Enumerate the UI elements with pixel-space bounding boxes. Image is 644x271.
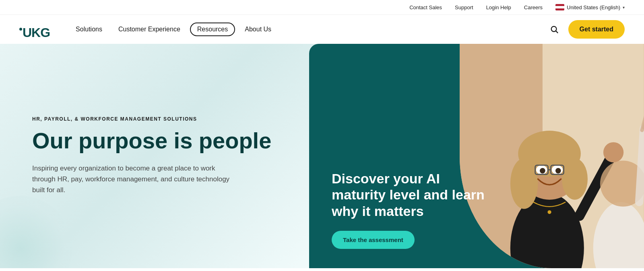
svg-point-17 — [603, 142, 623, 162]
svg-point-0 — [551, 27, 556, 32]
svg-point-12 — [555, 168, 561, 174]
hero-left: HR, PAYROLL, & WORKFORCE MANAGEMENT SOLU… — [0, 44, 309, 268]
svg-line-1 — [556, 31, 558, 33]
hero-subtitle: Inspiring every organization to become a… — [32, 163, 233, 196]
login-help-link[interactable]: Login Help — [486, 4, 511, 10]
search-button[interactable] — [547, 22, 562, 37]
contact-sales-link[interactable]: Contact Sales — [409, 4, 442, 10]
svg-line-20 — [640, 128, 644, 202]
main-nav: UKG Solutions Customer Experience Resour… — [0, 15, 644, 44]
support-link[interactable]: Support — [455, 4, 473, 10]
nav-about-us[interactable]: About Us — [238, 23, 278, 36]
nav-resources[interactable]: Resources — [190, 23, 235, 36]
svg-point-7 — [510, 158, 538, 209]
logo[interactable]: UKG — [19, 19, 50, 40]
locale-label: United States (English) — [567, 4, 620, 10]
hero-section: HR, PAYROLL, & WORKFORCE MANAGEMENT SOLU… — [0, 44, 644, 268]
search-icon — [550, 25, 559, 34]
take-assessment-button[interactable]: Take the assessment — [332, 231, 415, 249]
nav-solutions[interactable]: Solutions — [69, 23, 109, 36]
nav-links: Solutions Customer Experience Resources … — [69, 23, 546, 36]
top-bar: Contact Sales Support Login Help Careers… — [0, 0, 644, 15]
hero-card: Discover your AI maturity level and lear… — [309, 44, 644, 268]
svg-point-24 — [548, 210, 551, 214]
careers-link[interactable]: Careers — [524, 4, 543, 10]
hero-title: Our purpose is people — [32, 128, 285, 153]
svg-point-8 — [562, 158, 588, 200]
svg-point-11 — [540, 168, 545, 174]
get-started-button[interactable]: Get started — [568, 20, 625, 39]
locale-selector[interactable]: United States (English) ▾ — [555, 4, 625, 10]
nav-right: Get started — [547, 20, 625, 39]
nav-customer-experience[interactable]: Customer Experience — [112, 23, 187, 36]
hero-card-content: Discover your AI maturity level and lear… — [332, 170, 491, 249]
locale-chevron-icon: ▾ — [623, 5, 625, 10]
us-flag-icon — [555, 4, 564, 10]
hero-right: Discover your AI maturity level and lear… — [309, 44, 644, 268]
hero-card-title: Discover your AI maturity level and lear… — [332, 170, 491, 220]
hero-eyebrow: HR, PAYROLL, & WORKFORCE MANAGEMENT SOLU… — [32, 116, 285, 122]
